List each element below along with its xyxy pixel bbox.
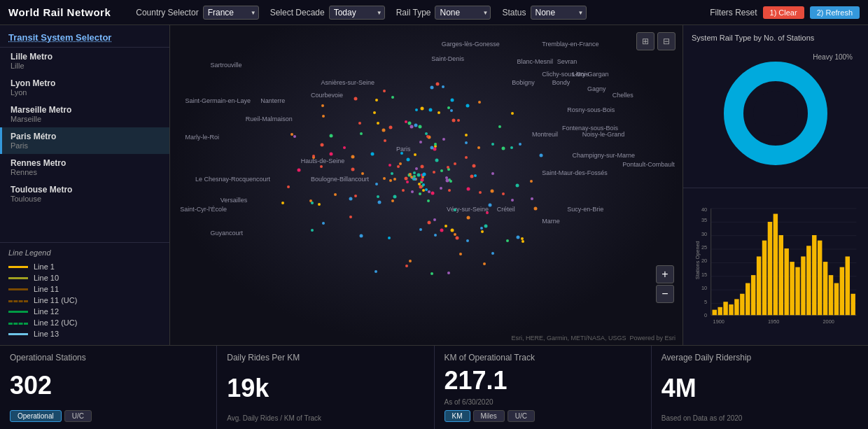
map-station-dot xyxy=(423,172,426,176)
legend-title: Line Legend xyxy=(0,248,169,261)
map-station-dot xyxy=(511,112,514,115)
map-station-dot xyxy=(354,97,358,101)
refresh-button[interactable]: 2) Refresh xyxy=(810,6,860,19)
bar-chart-bar xyxy=(774,214,778,316)
map-station-dot xyxy=(377,195,379,198)
map-station-dot xyxy=(449,180,452,183)
bar-chart-bar xyxy=(729,304,733,315)
stat-tab-miles[interactable]: Miles xyxy=(473,410,505,422)
map-city-label: Rueil-Malmaison xyxy=(246,115,293,122)
map-container[interactable]: Garges-lès-GonesseTremblay-en-FranceSart… xyxy=(170,25,682,345)
map-city-label: Marne xyxy=(542,218,560,225)
map-station-dot xyxy=(405,265,408,267)
stat-tab-u-c[interactable]: U/C xyxy=(507,410,535,422)
transit-item-city: Paris xyxy=(10,141,161,150)
map-station-dot xyxy=(427,199,430,202)
donut-label: Heavy 100% xyxy=(813,53,853,61)
stat-tab-operational[interactable]: Operational xyxy=(10,410,62,422)
map-station-dot xyxy=(389,179,392,182)
map-station-dot xyxy=(472,164,475,167)
map-station-dot xyxy=(349,197,353,201)
sidebar-item-lille-metro[interactable]: Lille Metro Lille xyxy=(0,48,169,74)
decade-selector-label: Select Decade xyxy=(270,8,325,17)
stat-card-avg-ridership: Average Daily Ridership 4M Based on Data… xyxy=(652,346,868,429)
map-station-dot xyxy=(383,90,386,92)
map-station-dot xyxy=(531,197,533,200)
country-selector-wrapper: France xyxy=(203,6,259,20)
map-city-label: Bobigny xyxy=(512,79,535,86)
map-station-dot xyxy=(388,125,392,129)
country-selector[interactable]: France xyxy=(203,6,259,20)
header: World Rail Network Country Selector Fran… xyxy=(0,0,868,25)
clear-button[interactable]: 1) Clear xyxy=(763,6,804,19)
map-station-dot xyxy=(351,155,355,158)
map-station-dot xyxy=(391,96,394,99)
map-city-label: Fontenay-sous-Bois xyxy=(562,125,618,132)
map-tool-grid[interactable]: ⊟ xyxy=(657,32,676,50)
stat-tab-km[interactable]: KM xyxy=(444,410,470,422)
svg-text:0: 0 xyxy=(704,312,707,318)
map-city-label: Guyancourt xyxy=(210,230,243,237)
sidebar-item-paris-métro[interactable]: Paris Métro Paris xyxy=(0,127,169,154)
map-station-dot xyxy=(378,201,382,204)
sidebar-title: Transit System Selector xyxy=(0,25,169,48)
map-station-dot xyxy=(334,193,337,196)
svg-text:35: 35 xyxy=(701,217,707,223)
status-selector[interactable]: None xyxy=(531,6,587,20)
map-station-dot xyxy=(448,189,451,192)
map-station-dot xyxy=(454,162,456,165)
svg-text:5: 5 xyxy=(704,299,707,305)
map-station-dot xyxy=(456,236,459,239)
map-station-dot xyxy=(409,260,412,262)
map-station-dot xyxy=(478,101,481,104)
map-station-dot xyxy=(322,115,325,118)
map-station-dot xyxy=(483,262,486,265)
bar-chart-bar xyxy=(723,302,727,315)
map-station-dot xyxy=(465,141,468,144)
legend-item-line-10: Line 10 xyxy=(0,272,169,283)
zoom-in-button[interactable]: + xyxy=(656,265,674,283)
bar-chart-bar xyxy=(762,241,766,316)
zoom-out-button[interactable]: − xyxy=(656,285,674,303)
map-station-dot xyxy=(481,230,484,233)
map-background: Garges-lès-GonesseTremblay-en-FranceSart… xyxy=(170,25,682,345)
map-station-dot xyxy=(430,146,434,149)
sidebar-item-marseille-metro[interactable]: Marseille Metro Marseille xyxy=(0,101,169,127)
map-station-dot xyxy=(498,125,501,128)
map-city-label: Versailles xyxy=(220,197,248,204)
map-city-label: Garges-lès-Gonesse xyxy=(442,41,500,48)
map-station-dot xyxy=(382,128,385,132)
sidebar-item-rennes-metro[interactable]: Rennes Metro Rennes xyxy=(0,154,169,181)
map-station-dot xyxy=(419,228,422,231)
map-station-dot xyxy=(489,204,492,207)
stat-label: Average Daily Ridership xyxy=(662,353,858,363)
map-city-label: Montreuil xyxy=(532,131,558,138)
svg-text:10: 10 xyxy=(701,285,707,291)
map-station-dot xyxy=(397,165,400,168)
transit-item-name: Marseille Metro xyxy=(10,105,161,115)
map-city-label: Saint-Maur-des-Fossés xyxy=(542,169,608,176)
map-tool-layers[interactable]: ⊞ xyxy=(636,32,654,50)
map-city-label: Noisy-le-Grand xyxy=(582,131,625,138)
sidebar-item-lyon-metro[interactable]: Lyon Metro Lyon xyxy=(0,74,169,101)
map-station-dot xyxy=(361,172,364,175)
map-station-dot xyxy=(393,195,396,199)
map-station-dot xyxy=(421,164,424,168)
map-station-dot xyxy=(415,167,418,170)
map-station-dot xyxy=(388,237,391,239)
legend-item-line-11-(uc): Line 11 (UC) xyxy=(0,295,169,306)
map-station-dot xyxy=(311,202,314,204)
stat-tab-u-c[interactable]: U/C xyxy=(64,410,92,422)
map-station-dot xyxy=(402,189,405,192)
map-city-label: Sartrouville xyxy=(210,62,241,69)
bar-chart-bar xyxy=(846,256,850,315)
map-city-label: Boulogne-Billancourt xyxy=(311,176,369,183)
map-station-dot xyxy=(321,104,324,107)
sidebar-item-toulouse-metro[interactable]: Toulouse Metro Toulouse xyxy=(0,181,169,207)
map-station-dot xyxy=(446,179,449,183)
map-station-dot xyxy=(433,171,435,174)
rail-type-selector[interactable]: None xyxy=(435,6,491,20)
decade-selector[interactable]: Today xyxy=(329,6,385,20)
legend-items: Line 1 Line 10 Line 11 Line 11 (UC) Line… xyxy=(0,261,169,339)
map-city-label: Bondy xyxy=(552,79,570,86)
